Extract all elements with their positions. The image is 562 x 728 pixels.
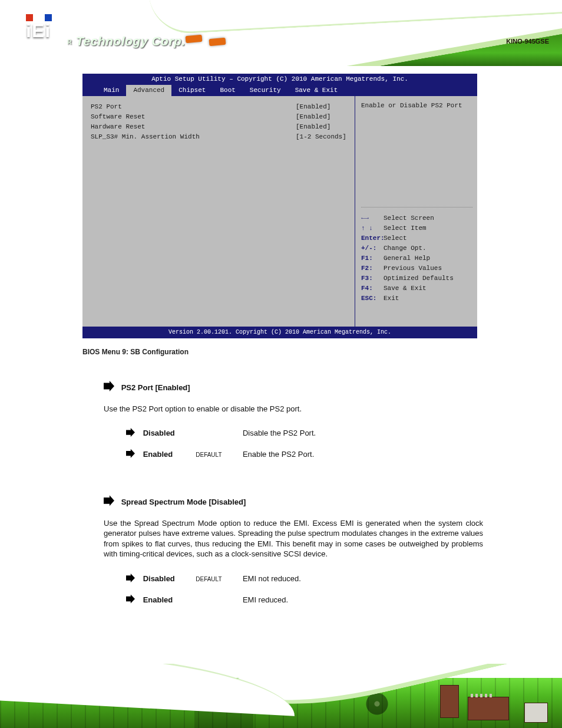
product-title: KINO-945GSE — [506, 38, 549, 45]
brand-tagline: RTechnology Corp. — [65, 34, 186, 48]
iei-logo: iEi — [26, 14, 60, 39]
decorative-pcb — [186, 35, 203, 43]
registered-icon: R — [65, 38, 74, 47]
page-header-banner: iEi RTechnology Corp. KINO-945GSE — [0, 0, 562, 66]
decorative-pcb — [209, 38, 226, 46]
brand-tagline-text: Technology Corp. — [76, 34, 186, 48]
logo-text: iEi — [26, 22, 60, 39]
